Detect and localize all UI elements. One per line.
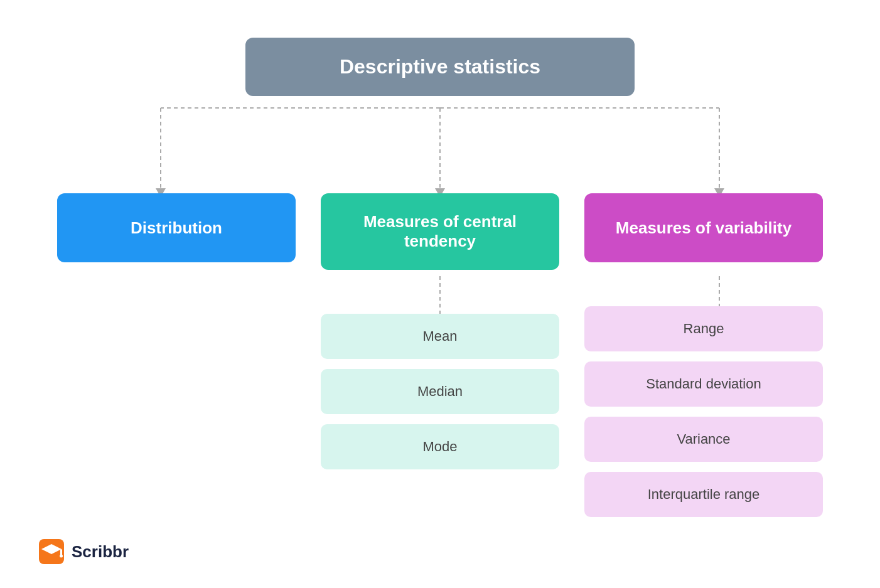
distribution-box: Distribution — [57, 193, 296, 262]
scribbr-logo: Scribbr — [38, 538, 129, 565]
variability-col: Measures of variability Range Standard d… — [584, 193, 823, 517]
distribution-col: Distribution — [57, 193, 296, 262]
iqr-box: Interquartile range — [584, 472, 823, 517]
variability-children: Range Standard deviation Variance Interq… — [584, 306, 823, 517]
root-node: Descriptive statistics — [245, 38, 635, 96]
central-tendency-col: Measures of central tendency Mean Median… — [321, 193, 559, 469]
range-box: Range — [584, 306, 823, 351]
mean-box: Mean — [321, 314, 559, 359]
median-box: Median — [321, 369, 559, 414]
svg-point-15 — [60, 555, 63, 558]
diagram-container: Descriptive statistics Distribution Meas… — [0, 0, 880, 588]
central-tendency-children: Mean Median Mode — [321, 314, 559, 469]
std-dev-box: Standard deviation — [584, 361, 823, 407]
central-tendency-box: Measures of central tendency — [321, 193, 559, 270]
level1-row: Distribution Measures of central tendenc… — [57, 193, 823, 517]
variance-box: Variance — [584, 417, 823, 462]
scribbr-icon — [38, 538, 65, 565]
variability-box: Measures of variability — [584, 193, 823, 262]
scribbr-label: Scribbr — [72, 542, 129, 562]
mode-box: Mode — [321, 424, 559, 469]
